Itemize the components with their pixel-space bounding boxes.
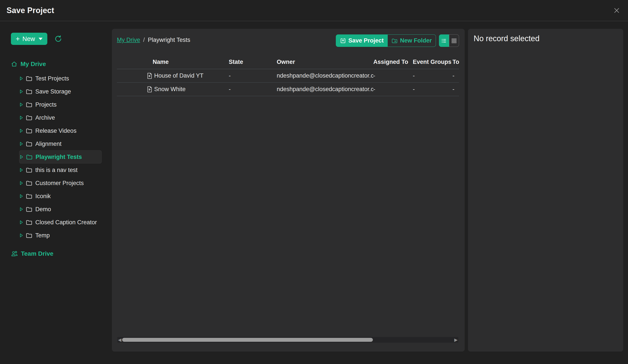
sidebar-item-label: Iconik [35, 193, 51, 200]
folder-icon [26, 141, 32, 147]
sidebar-item-label: Test Projects [35, 75, 69, 82]
folder-icon [26, 115, 32, 121]
folder-icon [26, 128, 32, 134]
breadcrumb: My Drive / Playwright Tests [117, 34, 190, 43]
sidebar-item-label: Release Videos [35, 128, 77, 134]
scrollbar-thumb[interactable] [122, 338, 373, 342]
caret-right-icon[interactable] [20, 155, 23, 159]
plus-icon: + [16, 35, 20, 42]
cell-assigned-to: - [373, 72, 413, 79]
scroll-left-arrow-icon[interactable]: ◀ [117, 337, 122, 342]
folder-tree: My Drive Test Projects Save Storage Proj… [11, 58, 112, 260]
caret-right-icon[interactable] [20, 116, 23, 120]
sidebar-folder-this-is-a-nav-test[interactable]: this is a nav test [19, 163, 102, 177]
view-toggle [439, 34, 459, 47]
folder-sidebar: + New My Drive Test Projects Save Storag… [0, 21, 112, 364]
caret-right-icon[interactable] [20, 76, 23, 81]
close-icon[interactable] [612, 6, 622, 15]
caret-right-icon[interactable] [20, 168, 23, 172]
sidebar-item-label: Projects [35, 101, 57, 108]
list-view-icon[interactable] [439, 34, 449, 47]
dialog-title: Save Project [6, 6, 54, 15]
sidebar-item-label: this is a nav test [35, 167, 78, 173]
team-users-icon [11, 250, 18, 257]
cell-total: - [453, 86, 459, 93]
caret-right-icon[interactable] [20, 233, 23, 238]
folder-icon [26, 219, 32, 225]
sidebar-folder-test-projects[interactable]: Test Projects [19, 72, 102, 85]
no-record-selected-text: No record selected [473, 34, 618, 43]
sidebar-folder-customer-projects[interactable]: Customer Projects [19, 177, 102, 190]
sidebar-folder-demo[interactable]: Demo [19, 203, 102, 216]
sidebar-folder-temp[interactable]: Temp [19, 229, 102, 242]
sidebar-item-label: Alignment [35, 141, 62, 147]
column-header-total[interactable]: Tot [453, 59, 459, 65]
folder-icon [26, 193, 32, 199]
sidebar-folder-archive[interactable]: Archive [19, 111, 102, 124]
home-icon [11, 61, 17, 67]
folder-icon [26, 102, 32, 107]
table-header-row: Name State Owner Assigned To Event Group… [117, 55, 459, 69]
cell-event-groups: - [413, 72, 453, 79]
breadcrumb-my-drive-link[interactable]: My Drive [117, 37, 140, 43]
file-browser-panel: My Drive / Playwright Tests Save Project… [112, 29, 465, 352]
column-header-owner[interactable]: Owner [277, 59, 373, 65]
cell-state: - [229, 86, 277, 93]
sidebar-folder-closed-caption-creator[interactable]: Closed Caption Creator [19, 216, 102, 229]
record-detail-panel: No record selected [468, 29, 623, 352]
dialog-header: Save Project [0, 0, 628, 21]
cell-state: - [229, 72, 277, 79]
file-name: House of David YT [154, 72, 203, 79]
horizontal-scrollbar[interactable]: ◀ ▶ [117, 337, 458, 343]
sidebar-folder-release-videos[interactable]: Release Videos [19, 124, 102, 137]
save-project-button[interactable]: Save Project [336, 34, 388, 47]
folder-icon [26, 89, 32, 94]
grid-view-icon[interactable] [449, 34, 459, 47]
caret-right-icon[interactable] [20, 220, 23, 224]
cell-owner: ndeshpande@closedcaptioncreator.com [277, 72, 373, 79]
folder-icon [26, 154, 33, 160]
scroll-right-arrow-icon[interactable]: ▶ [454, 337, 458, 342]
sidebar-folder-iconik[interactable]: Iconik [19, 190, 102, 203]
column-header-assigned-to[interactable]: Assigned To [373, 59, 413, 65]
sidebar-folder-save-storage[interactable]: Save Storage [19, 85, 102, 98]
caret-right-icon[interactable] [20, 142, 23, 146]
video-file-icon [147, 86, 153, 93]
cell-assigned-to: - [373, 86, 413, 93]
sidebar-item-label: Demo [35, 206, 51, 213]
caret-right-icon[interactable] [20, 129, 23, 133]
folder-icon [26, 167, 32, 173]
sidebar-folder-alignment[interactable]: Alignment [19, 137, 102, 150]
file-name: Snow White [154, 86, 186, 93]
sidebar-item-label: Closed Caption Creator [35, 219, 97, 226]
column-header-state[interactable]: State [229, 59, 277, 65]
sidebar-item-label: Temp [35, 232, 50, 239]
new-folder-label: New Folder [400, 37, 432, 44]
sidebar-item-my-drive[interactable]: My Drive [11, 58, 112, 71]
table-row[interactable]: House of David YT - ndeshpande@closedcap… [117, 69, 459, 83]
new-button-label: New [22, 35, 35, 43]
folder-icon [26, 206, 32, 212]
column-header-name[interactable]: Name [147, 59, 229, 65]
caret-right-icon[interactable] [20, 89, 23, 94]
caret-right-icon[interactable] [20, 181, 23, 185]
sidebar-folder-playwright-tests[interactable]: Playwright Tests [19, 150, 102, 163]
sidebar-item-label: Archive [35, 114, 55, 121]
new-button[interactable]: + New [11, 33, 47, 45]
breadcrumb-current: Playwright Tests [148, 37, 190, 43]
table-row[interactable]: Snow White - ndeshpande@closedcaptioncre… [117, 83, 459, 96]
folder-plus-icon [392, 38, 398, 44]
caret-right-icon[interactable] [20, 194, 23, 198]
column-header-event-groups[interactable]: Event Groups [413, 59, 453, 65]
refresh-icon[interactable] [54, 35, 62, 43]
new-folder-button[interactable]: New Folder [388, 34, 436, 47]
sidebar-folder-projects[interactable]: Projects [19, 98, 102, 111]
caret-right-icon[interactable] [20, 207, 23, 212]
caret-right-icon[interactable] [20, 102, 23, 107]
save-icon [340, 38, 346, 44]
sidebar-item-label: Save Storage [35, 88, 71, 95]
breadcrumb-separator: / [143, 37, 145, 43]
cell-event-groups: - [413, 86, 453, 93]
scrollbar-track[interactable] [122, 337, 454, 343]
sidebar-item-team-drive[interactable]: Team Drive [11, 247, 112, 260]
